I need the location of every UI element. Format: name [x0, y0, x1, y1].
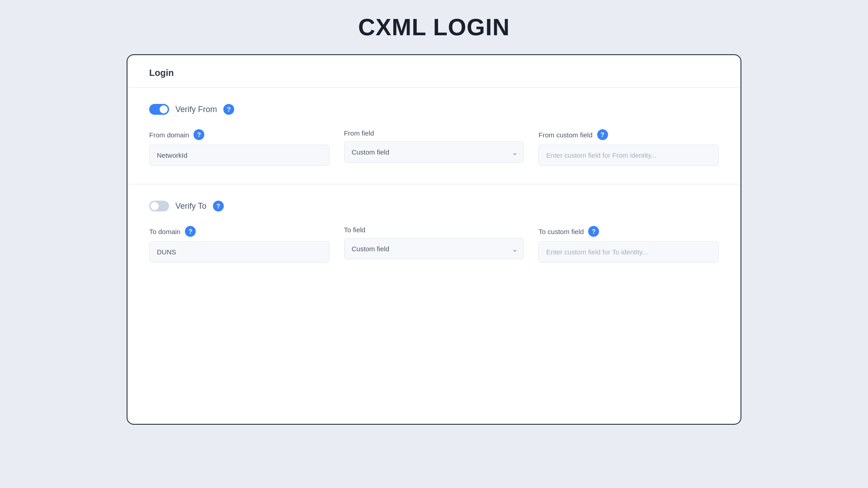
- from-domain-input[interactable]: [149, 145, 330, 166]
- from-custom-field-help-icon[interactable]: ?: [597, 129, 608, 140]
- verify-to-label: Verify To: [175, 202, 207, 211]
- from-field-label: From field: [344, 129, 374, 137]
- from-field-select-wrapper: Custom field Option 2 Option 3 ⌄: [344, 141, 524, 163]
- from-field-label-row: From field: [344, 129, 524, 137]
- verify-from-help-icon[interactable]: ?: [223, 104, 234, 115]
- to-fields-row: To domain ? To field Custom field Option…: [149, 226, 719, 263]
- to-domain-label: To domain: [149, 228, 180, 235]
- to-field-select[interactable]: Custom field Option 2 Option 3: [344, 238, 524, 259]
- from-custom-field-input[interactable]: [538, 145, 719, 166]
- to-domain-help-icon[interactable]: ?: [185, 226, 196, 237]
- from-custom-field-label: From custom field: [538, 131, 592, 139]
- from-domain-group: From domain ?: [149, 129, 330, 166]
- login-section-title: Login: [149, 68, 174, 78]
- verify-to-row: Verify To ?: [149, 201, 719, 211]
- main-card: Login Verify From ? From domain ? From f…: [127, 54, 741, 425]
- to-custom-field-input[interactable]: [538, 241, 719, 263]
- to-field-select-wrapper: Custom field Option 2 Option 3 ⌄: [344, 238, 524, 259]
- verify-from-row: Verify From ?: [149, 104, 719, 115]
- to-domain-group: To domain ?: [149, 226, 330, 263]
- to-field-label: To field: [344, 226, 366, 234]
- from-field-select[interactable]: Custom field Option 2 Option 3: [344, 141, 524, 163]
- from-domain-help-icon[interactable]: ?: [193, 129, 204, 140]
- page-title: CXML LOGIN: [358, 14, 509, 41]
- to-domain-input[interactable]: [149, 241, 330, 263]
- to-custom-field-label-row: To custom field ?: [538, 226, 719, 237]
- from-field-group: From field Custom field Option 2 Option …: [344, 129, 524, 166]
- from-domain-label: From domain: [149, 131, 189, 139]
- from-section-body: Verify From ? From domain ? From field: [127, 88, 741, 184]
- to-field-group: To field Custom field Option 2 Option 3 …: [344, 226, 524, 263]
- from-custom-field-label-row: From custom field ?: [538, 129, 719, 140]
- to-field-label-row: To field: [344, 226, 524, 234]
- from-domain-label-row: From domain ?: [149, 129, 330, 140]
- verify-to-toggle[interactable]: [149, 201, 169, 211]
- to-custom-field-label: To custom field: [538, 228, 584, 235]
- to-domain-label-row: To domain ?: [149, 226, 330, 237]
- login-section-header: Login: [127, 55, 741, 88]
- verify-from-label: Verify From: [175, 105, 217, 114]
- from-custom-field-group: From custom field ?: [538, 129, 719, 166]
- verify-to-help-icon[interactable]: ?: [213, 201, 224, 211]
- from-fields-row: From domain ? From field Custom field Op…: [149, 129, 719, 166]
- verify-from-toggle[interactable]: [149, 104, 169, 115]
- to-custom-field-group: To custom field ?: [538, 226, 719, 263]
- to-section-body: Verify To ? To domain ? To field C: [127, 184, 741, 281]
- to-custom-field-help-icon[interactable]: ?: [588, 226, 599, 237]
